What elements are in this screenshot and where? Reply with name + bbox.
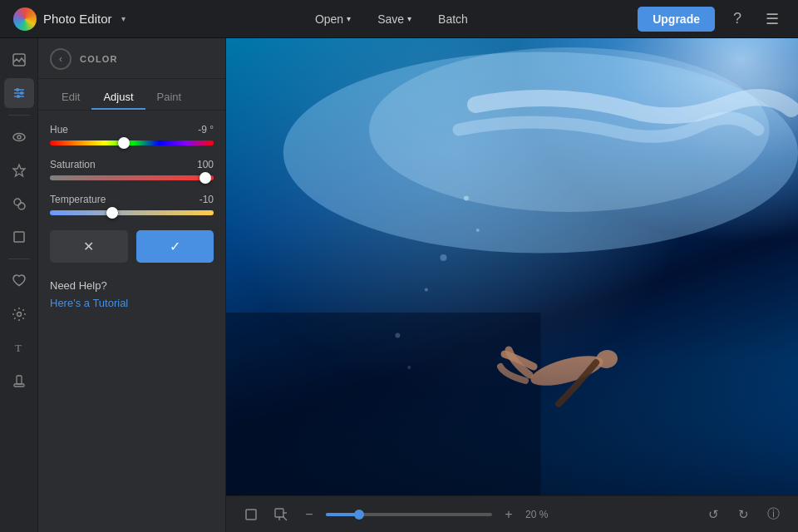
panel-title: COLOR bbox=[80, 54, 118, 64]
app-title: Photo Editor bbox=[43, 12, 112, 26]
menu-button[interactable]: ☰ bbox=[760, 7, 785, 32]
temperature-label-row: Temperature -10 bbox=[50, 194, 214, 205]
sidebar-effects-btn[interactable] bbox=[4, 189, 34, 219]
temperature-track[interactable] bbox=[50, 210, 214, 215]
sidebar-divider-1 bbox=[8, 115, 30, 116]
svg-point-25 bbox=[440, 254, 446, 261]
cancel-button[interactable]: ✕ bbox=[50, 230, 128, 263]
sidebar-adjust-btn[interactable] bbox=[4, 78, 34, 108]
color-panel: ‹ COLOR Edit Adjust Paint Hue -9 ° bbox=[38, 38, 226, 532]
hue-thumb[interactable] bbox=[118, 137, 130, 149]
svg-point-27 bbox=[395, 333, 400, 338]
bottom-bar: − + 20 % ↺ ↻ ⓘ bbox=[226, 495, 798, 532]
svg-rect-29 bbox=[246, 510, 256, 520]
panel-back-button[interactable]: ‹ bbox=[50, 48, 71, 70]
temperature-slider-group: Temperature -10 bbox=[50, 194, 214, 215]
saturation-thumb[interactable] bbox=[200, 172, 211, 184]
saturation-track[interactable] bbox=[50, 175, 214, 180]
saturation-label: Saturation bbox=[50, 159, 96, 170]
hue-label: Hue bbox=[50, 124, 68, 135]
sidebar-text-btn[interactable]: T bbox=[4, 332, 34, 362]
sidebar-brush-btn[interactable] bbox=[4, 366, 34, 396]
main-content: T ‹ COLOR Edit Adjust Paint Hue -9 ° bbox=[0, 38, 798, 532]
svg-point-26 bbox=[425, 288, 428, 292]
sidebar-star-btn[interactable] bbox=[4, 155, 34, 185]
panel-content: Hue -9 ° Saturation 100 bbox=[38, 111, 225, 532]
confirm-icon: ✓ bbox=[170, 239, 180, 254]
sidebar-eye-btn[interactable] bbox=[4, 122, 34, 152]
temperature-value: -10 bbox=[200, 194, 214, 205]
sidebar-settings-btn[interactable] bbox=[4, 299, 34, 329]
sidebar-divider-2 bbox=[8, 259, 30, 259]
photo-canvas[interactable] bbox=[226, 38, 798, 495]
resize-tool-button[interactable] bbox=[269, 503, 293, 526]
help-link[interactable]: Here's a Tutorial bbox=[50, 297, 128, 309]
svg-point-7 bbox=[13, 134, 25, 141]
help-button[interactable]: ? bbox=[725, 7, 750, 32]
svg-point-4 bbox=[20, 91, 23, 95]
upgrade-button[interactable]: Upgrade bbox=[638, 7, 715, 32]
svg-point-11 bbox=[18, 203, 25, 209]
logo-area: Photo Editor ▾ bbox=[13, 7, 126, 31]
zoom-thumb[interactable] bbox=[354, 510, 364, 520]
tab-edit[interactable]: Edit bbox=[50, 86, 91, 110]
zoom-slider-track[interactable] bbox=[326, 513, 492, 516]
temperature-thumb[interactable] bbox=[106, 207, 118, 219]
svg-point-23 bbox=[464, 196, 469, 201]
hue-value: -9 ° bbox=[198, 124, 214, 135]
app-header: Photo Editor ▾ Open ▾ Save ▾ Batch Upgra… bbox=[0, 0, 798, 38]
panel-actions: ✕ ✓ bbox=[50, 230, 214, 263]
help-section: Need Help? Here's a Tutorial bbox=[50, 279, 214, 310]
sidebar-heart-btn[interactable] bbox=[4, 266, 34, 296]
tab-adjust[interactable]: Adjust bbox=[91, 86, 145, 110]
header-nav: Open ▾ Save ▾ Batch bbox=[145, 7, 638, 31]
zoom-out-button[interactable]: − bbox=[299, 505, 319, 525]
canvas-wrapper bbox=[226, 38, 798, 495]
open-button[interactable]: Open ▾ bbox=[303, 7, 362, 31]
app-logo bbox=[13, 7, 37, 31]
save-button[interactable]: Save ▾ bbox=[366, 7, 423, 31]
svg-line-32 bbox=[283, 516, 287, 520]
hue-track[interactable] bbox=[50, 140, 214, 145]
svg-point-6 bbox=[17, 95, 20, 98]
app-title-chevron[interactable]: ▾ bbox=[121, 14, 126, 23]
temperature-label: Temperature bbox=[50, 194, 106, 205]
rotate-ccw-button[interactable]: ↺ bbox=[702, 503, 725, 526]
sidebar-icons: T bbox=[0, 38, 38, 532]
svg-rect-30 bbox=[275, 509, 283, 517]
svg-rect-16 bbox=[17, 376, 22, 384]
sidebar-crop-btn[interactable] bbox=[4, 222, 34, 252]
bottom-right-controls: ↺ ↻ ⓘ bbox=[702, 503, 785, 526]
canvas-area: − + 20 % ↺ ↻ ⓘ bbox=[226, 38, 798, 532]
svg-marker-9 bbox=[13, 165, 25, 176]
svg-point-2 bbox=[16, 88, 19, 91]
panel-header: ‹ COLOR bbox=[38, 38, 225, 79]
help-title: Need Help? bbox=[50, 279, 214, 292]
svg-point-8 bbox=[17, 135, 21, 139]
saturation-value: 100 bbox=[197, 159, 214, 170]
zoom-value: 20 % bbox=[525, 509, 559, 520]
rotate-cw-button[interactable]: ↻ bbox=[732, 503, 755, 526]
hue-label-row: Hue -9 ° bbox=[50, 124, 214, 135]
svg-point-10 bbox=[14, 199, 21, 205]
svg-point-24 bbox=[476, 229, 480, 232]
photo-dark-overlay bbox=[226, 358, 798, 495]
hue-slider-group: Hue -9 ° bbox=[50, 124, 214, 145]
zoom-controls: − + 20 % bbox=[299, 505, 695, 525]
saturation-slider-group: Saturation 100 bbox=[50, 159, 214, 180]
batch-button[interactable]: Batch bbox=[426, 7, 480, 31]
tab-paint[interactable]: Paint bbox=[145, 86, 194, 110]
svg-point-13 bbox=[17, 313, 21, 317]
header-right: Upgrade ? ☰ bbox=[638, 7, 785, 32]
confirm-button[interactable]: ✓ bbox=[136, 230, 214, 263]
crop-tool-button[interactable] bbox=[239, 503, 263, 526]
svg-rect-12 bbox=[14, 232, 24, 242]
sidebar-images-btn[interactable] bbox=[4, 45, 34, 75]
panel-tabs: Edit Adjust Paint bbox=[38, 79, 225, 111]
saturation-label-row: Saturation 100 bbox=[50, 159, 214, 170]
zoom-in-button[interactable]: + bbox=[499, 505, 519, 525]
info-button[interactable]: ⓘ bbox=[761, 503, 785, 526]
svg-text:T: T bbox=[15, 342, 22, 354]
cancel-icon: ✕ bbox=[83, 239, 94, 254]
